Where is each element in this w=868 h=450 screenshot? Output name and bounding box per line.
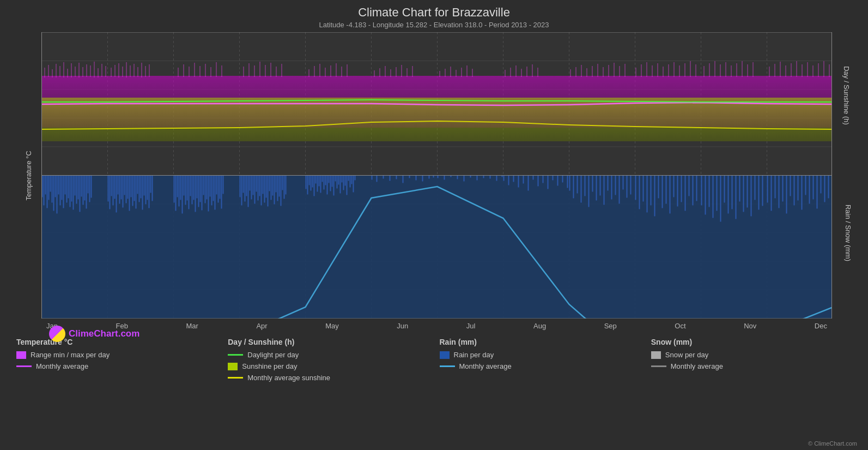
svg-rect-112 xyxy=(192,176,193,205)
svg-rect-239 xyxy=(611,176,612,200)
svg-rect-272 xyxy=(739,176,740,202)
svg-rect-166 xyxy=(314,176,315,196)
svg-rect-44 xyxy=(45,176,46,195)
svg-rect-342 xyxy=(282,64,282,77)
svg-rect-376 xyxy=(587,68,587,77)
svg-rect-380 xyxy=(609,65,609,77)
svg-rect-260 xyxy=(693,176,694,206)
svg-rect-107 xyxy=(184,176,185,196)
svg-rect-357 xyxy=(407,68,408,77)
svg-rect-132 xyxy=(240,176,241,197)
svg-rect-306 xyxy=(75,67,76,77)
svg-rect-52 xyxy=(58,176,59,195)
svg-rect-344 xyxy=(314,66,315,77)
svg-rect-390 xyxy=(669,64,669,77)
sunshine-swatch-label: Sunshine per day xyxy=(242,362,297,370)
svg-rect-379 xyxy=(603,67,604,77)
svg-rect-242 xyxy=(623,176,624,190)
svg-rect-246 xyxy=(639,176,640,209)
svg-rect-173 xyxy=(325,176,326,185)
svg-rect-60 xyxy=(71,176,72,202)
svg-rect-80 xyxy=(119,176,120,204)
watermark-bottom-text: ClimeChart.com xyxy=(69,328,139,339)
svg-rect-220 xyxy=(533,176,534,180)
svg-rect-314 xyxy=(106,66,106,77)
svg-rect-122 xyxy=(208,176,209,212)
svg-rect-215 xyxy=(508,176,509,185)
svg-rect-409 xyxy=(786,65,786,77)
svg-rect-159 xyxy=(284,176,285,199)
legend-item-sunshine-avg: Monthly average sunshine xyxy=(228,374,428,382)
svg-rect-411 xyxy=(797,61,797,77)
svg-rect-333 xyxy=(216,62,217,77)
svg-rect-397 xyxy=(709,63,710,77)
svg-rect-258 xyxy=(685,176,686,211)
svg-rect-319 xyxy=(126,62,127,77)
svg-rect-396 xyxy=(704,66,705,77)
svg-rect-267 xyxy=(720,176,721,222)
svg-rect-312 xyxy=(98,68,99,77)
svg-rect-105 xyxy=(180,176,181,200)
svg-rect-216 xyxy=(513,176,514,182)
svg-rect-322 xyxy=(138,67,138,77)
right-axis-label-2: Rain / Snow (mm) xyxy=(843,204,852,261)
svg-rect-328 xyxy=(189,67,190,77)
svg-rect-256 xyxy=(677,176,678,207)
svg-rect-123 xyxy=(210,176,211,197)
svg-rect-62 xyxy=(75,176,76,196)
svg-rect-144 xyxy=(259,176,260,196)
svg-rect-95 xyxy=(144,176,145,196)
svg-rect-172 xyxy=(324,176,325,190)
svg-rect-149 xyxy=(268,176,269,207)
svg-rect-91 xyxy=(137,176,138,194)
svg-rect-386 xyxy=(647,62,647,77)
svg-rect-287 xyxy=(798,176,799,201)
svg-rect-68 xyxy=(84,176,86,201)
svg-rect-227 xyxy=(567,176,568,188)
svg-rect-374 xyxy=(576,67,576,77)
legend-item-rain-avg: Monthly average xyxy=(440,362,640,370)
svg-rect-98 xyxy=(149,176,150,208)
snow-swatch-label: Snow per day xyxy=(665,351,709,359)
snow-swatch xyxy=(651,351,661,359)
svg-rect-265 xyxy=(713,176,714,218)
svg-rect-410 xyxy=(791,63,792,77)
legend-title-rain: Rain (mm) xyxy=(440,338,640,346)
svg-rect-326 xyxy=(178,68,179,77)
svg-rect-140 xyxy=(253,176,254,195)
svg-rect-49 xyxy=(53,176,54,211)
svg-rect-225 xyxy=(557,176,559,186)
svg-rect-351 xyxy=(374,70,375,77)
svg-rect-355 xyxy=(396,67,397,77)
svg-rect-170 xyxy=(320,176,321,193)
svg-rect-198 xyxy=(409,176,410,178)
svg-rect-106 xyxy=(182,176,183,214)
svg-rect-102 xyxy=(175,176,177,211)
svg-rect-135 xyxy=(245,176,246,202)
chart-main: Temperature °C Day / Sunshine (h) Rain /… xyxy=(41,32,833,319)
svg-rect-66 xyxy=(81,176,82,197)
svg-rect-168 xyxy=(317,176,318,192)
svg-rect-77 xyxy=(114,176,116,199)
svg-rect-99 xyxy=(150,176,151,193)
svg-rect-346 xyxy=(325,68,326,77)
svg-rect-255 xyxy=(673,176,675,197)
svg-rect-108 xyxy=(185,176,186,205)
svg-rect-278 xyxy=(762,176,763,206)
svg-rect-341 xyxy=(276,67,277,77)
chart-subtitle: Latitude -4.183 - Longitude 15.282 - Ele… xyxy=(0,21,868,29)
svg-rect-116 xyxy=(198,176,199,207)
svg-rect-367 xyxy=(511,68,511,77)
svg-rect-179 xyxy=(335,176,336,182)
svg-rect-154 xyxy=(276,176,277,193)
svg-rect-174 xyxy=(327,176,328,195)
temp-avg-line xyxy=(16,365,32,367)
svg-rect-202 xyxy=(433,176,434,178)
svg-rect-336 xyxy=(249,63,250,77)
svg-rect-163 xyxy=(309,176,310,185)
right-axis-label-1: Day / Sunshine (h) xyxy=(843,66,851,125)
svg-rect-395 xyxy=(696,64,696,77)
svg-rect-128 xyxy=(218,176,219,203)
svg-rect-75 xyxy=(111,176,112,196)
svg-rect-92 xyxy=(139,176,140,202)
